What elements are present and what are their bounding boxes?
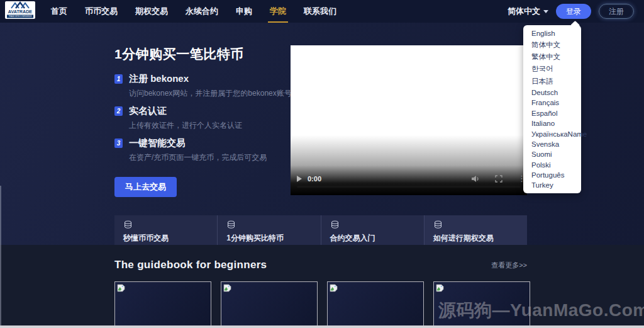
broken-image-icon	[436, 284, 444, 292]
step-1-description: 访问bekonex网站，并注册属于您的bekonex账号	[129, 88, 303, 99]
login-button[interactable]: 登录	[556, 4, 591, 19]
nav-item-options-trading[interactable]: 期权交易	[135, 6, 168, 17]
play-icon[interactable]	[297, 176, 302, 182]
logo-brand-text: AVATRADE	[8, 9, 33, 14]
course-tabs: 秒懂币币交易 1分钟购买比特币 合约交易入门	[114, 215, 527, 245]
video-controls: 0:00 ⋮	[297, 174, 526, 183]
coin-stack-icon	[330, 220, 340, 229]
logo-tagline-text: TRADE WITH CONFIDENCE	[9, 15, 32, 18]
tab-contract-trading-intro[interactable]: 合约交易入门	[321, 215, 424, 245]
page: AVATRADE TRADE WITH CONFIDENCE 首页 币币交易 期…	[0, 0, 644, 328]
broken-image-icon	[330, 284, 338, 292]
coin-stack-icon	[123, 220, 133, 229]
language-option-japanese[interactable]: 日本語	[523, 76, 581, 88]
language-option-korean[interactable]: 한국어	[523, 63, 581, 75]
nav-item-academy[interactable]: 学院	[270, 6, 286, 17]
step-1: 1 注册 bekonex 访问bekonex网站，并注册属于您的bekonex账…	[114, 73, 303, 99]
step-3-badge: 3	[114, 139, 123, 148]
volume-icon[interactable]	[471, 175, 480, 183]
coin-stack-icon	[226, 220, 236, 229]
guidebook-card[interactable]	[221, 281, 318, 327]
nav-item-perpetual-contracts[interactable]: 永续合约	[186, 6, 218, 17]
step-2-description: 上传有效证件，进行个人实名认证	[129, 120, 303, 131]
see-more-link[interactable]: 查看更多>>	[491, 261, 527, 270]
tab-label: 1分钟购买比特币	[226, 233, 320, 244]
video-progress-bar[interactable]	[297, 186, 521, 188]
language-option-portuguese[interactable]: Português	[523, 170, 581, 180]
guidebook-title: The guidebook for beginners	[114, 259, 267, 271]
language-selector[interactable]: 简体中文	[508, 6, 548, 17]
fullscreen-icon[interactable]	[495, 175, 502, 183]
hero-steps: 1分钟购买一笔比特币 1 注册 bekonex 访问bekonex网站，并注册属…	[114, 45, 303, 197]
nav-item-home[interactable]: 首页	[51, 6, 67, 17]
step-3-title: 一键智能交易	[129, 137, 186, 149]
tab-spot-trading-basics[interactable]: 秒懂币币交易	[114, 215, 217, 245]
language-option-finnish[interactable]: Suomi	[523, 149, 581, 159]
language-option-spanish[interactable]: Español	[523, 108, 581, 118]
step-1-badge: 1	[114, 74, 123, 84]
step-3: 3 一键智能交易 在资产/充币页面一键充币，完成后可交易	[114, 137, 303, 163]
language-option-german[interactable]: Deutsch	[523, 88, 581, 98]
avatrade-logo[interactable]: AVATRADE TRADE WITH CONFIDENCE	[5, 1, 35, 21]
guidebook-card[interactable]	[114, 281, 211, 327]
language-option-english[interactable]: English	[523, 28, 581, 38]
nav-item-spot-trading[interactable]: 币币交易	[85, 6, 118, 17]
language-option-swedish[interactable]: Svenska	[523, 139, 581, 149]
tab-label: 如何进行期权交易	[433, 233, 527, 244]
broken-image-icon	[223, 284, 231, 292]
guidebook-card[interactable]	[327, 281, 424, 327]
chevron-down-icon	[543, 10, 548, 13]
step-2-badge: 2	[114, 106, 123, 116]
tab-label: 合约交易入门	[330, 233, 424, 244]
guidebook-cards	[114, 281, 530, 327]
step-1-title: 注册 bekonex	[129, 73, 189, 85]
video-player[interactable]: 0:00 ⋮	[291, 45, 527, 195]
language-selector-label: 简体中文	[508, 6, 540, 17]
step-2: 2 实名认证 上传有效证件，进行个人实名认证	[114, 105, 303, 131]
step-2-title: 实名认证	[129, 105, 167, 117]
hero-title: 1分钟购买一笔比特币	[114, 45, 303, 63]
language-option-ukrainian[interactable]: УкраїнськаName	[523, 128, 581, 139]
tab-buy-bitcoin-1min[interactable]: 1分钟购买比特币	[217, 215, 320, 245]
step-3-description: 在资产/充币页面一键充币，完成后可交易	[129, 152, 303, 163]
register-button[interactable]: 注册	[599, 4, 634, 19]
nav-item-subscribe[interactable]: 申购	[236, 6, 252, 17]
window-bottom-edge	[0, 325, 644, 328]
language-option-french[interactable]: Français	[523, 98, 581, 108]
tab-label: 秒懂币币交易	[123, 233, 217, 244]
language-option-polish[interactable]: Polski	[523, 160, 581, 170]
language-option-italian[interactable]: Italiano	[523, 118, 581, 128]
guidebook-card[interactable]	[433, 281, 530, 327]
navbar-right: 简体中文 登录 注册	[508, 4, 634, 19]
avatrade-logo-icon: AVATRADE TRADE WITH CONFIDENCE	[5, 1, 35, 19]
main-nav: 首页 币币交易 期权交易 永续合约 申购 学院 联系我们	[51, 6, 336, 17]
coin-stack-icon	[433, 220, 443, 229]
go-trade-button[interactable]: 马上去交易	[114, 177, 177, 197]
nav-item-contact-us[interactable]: 联系我们	[304, 6, 336, 17]
navbar: AVATRADE TRADE WITH CONFIDENCE 首页 币币交易 期…	[0, 0, 644, 23]
guidebook-section: The guidebook for beginners 查看更多>>	[0, 245, 644, 328]
window-left-edge	[0, 186, 1, 325]
tab-how-to-options-trade[interactable]: 如何进行期权交易	[424, 215, 527, 245]
broken-image-icon	[117, 284, 125, 292]
language-option-turkish[interactable]: Turkey	[523, 180, 581, 190]
language-dropdown: English 简体中文 繁体中文 한국어 日本語 Deutsch França…	[523, 25, 581, 193]
video-current-time: 0:00	[308, 175, 321, 183]
language-option-simplified-chinese[interactable]: 简体中文	[523, 38, 581, 50]
guidebook-header: The guidebook for beginners 查看更多>>	[0, 245, 644, 271]
language-option-traditional-chinese[interactable]: 繁体中文	[523, 51, 581, 63]
